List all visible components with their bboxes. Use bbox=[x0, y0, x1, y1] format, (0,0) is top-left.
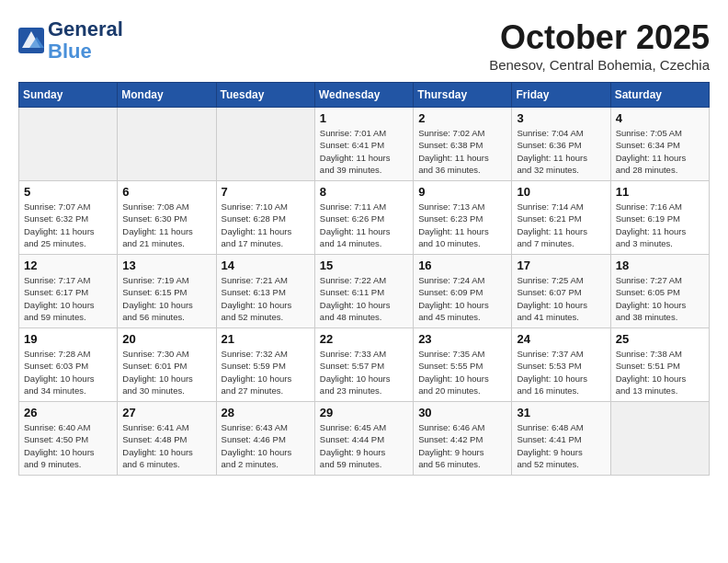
day-info: Sunrise: 7:17 AM Sunset: 6:17 PM Dayligh… bbox=[24, 274, 112, 323]
day-info: Sunrise: 7:25 AM Sunset: 6:07 PM Dayligh… bbox=[517, 274, 605, 323]
day-number: 9 bbox=[418, 185, 506, 199]
weekday-header: Thursday bbox=[414, 83, 512, 108]
weekday-header: Sunday bbox=[19, 83, 118, 108]
calendar-cell: 30Sunrise: 6:46 AM Sunset: 4:42 PM Dayli… bbox=[414, 402, 512, 476]
day-number: 25 bbox=[616, 332, 704, 346]
day-number: 2 bbox=[418, 111, 506, 125]
calendar-cell: 3Sunrise: 7:04 AM Sunset: 6:36 PM Daylig… bbox=[512, 108, 610, 181]
day-number: 18 bbox=[616, 259, 704, 272]
day-info: Sunrise: 7:24 AM Sunset: 6:09 PM Dayligh… bbox=[418, 274, 506, 323]
day-info: Sunrise: 7:02 AM Sunset: 6:38 PM Dayligh… bbox=[418, 127, 506, 176]
calendar-week-row: 12Sunrise: 7:17 AM Sunset: 6:17 PM Dayli… bbox=[19, 255, 710, 328]
day-number: 10 bbox=[517, 185, 605, 199]
day-info: Sunrise: 7:27 AM Sunset: 6:05 PM Dayligh… bbox=[616, 274, 704, 323]
day-number: 31 bbox=[517, 406, 605, 419]
day-number: 3 bbox=[517, 111, 605, 125]
day-info: Sunrise: 6:40 AM Sunset: 4:50 PM Dayligh… bbox=[24, 421, 112, 470]
day-number: 21 bbox=[222, 332, 310, 346]
day-number: 28 bbox=[222, 406, 310, 419]
calendar-cell: 24Sunrise: 7:37 AM Sunset: 5:53 PM Dayli… bbox=[512, 328, 610, 402]
day-number: 23 bbox=[418, 332, 506, 346]
calendar-week-row: 1Sunrise: 7:01 AM Sunset: 6:41 PM Daylig… bbox=[19, 108, 710, 181]
day-info: Sunrise: 7:33 AM Sunset: 5:57 PM Dayligh… bbox=[320, 348, 408, 396]
calendar-table: SundayMondayTuesdayWednesdayThursdayFrid… bbox=[18, 82, 710, 476]
day-info: Sunrise: 7:05 AM Sunset: 6:34 PM Dayligh… bbox=[616, 127, 704, 176]
day-info: Sunrise: 7:35 AM Sunset: 5:55 PM Dayligh… bbox=[418, 348, 506, 396]
day-info: Sunrise: 7:07 AM Sunset: 6:32 PM Dayligh… bbox=[24, 201, 112, 249]
day-number: 1 bbox=[320, 111, 408, 125]
day-info: Sunrise: 6:43 AM Sunset: 4:46 PM Dayligh… bbox=[222, 421, 310, 470]
day-number: 7 bbox=[222, 185, 310, 199]
logo-line1: General bbox=[48, 18, 123, 40]
day-info: Sunrise: 6:41 AM Sunset: 4:48 PM Dayligh… bbox=[122, 421, 210, 470]
logo-text: General Blue bbox=[48, 18, 123, 63]
calendar-cell: 12Sunrise: 7:17 AM Sunset: 6:17 PM Dayli… bbox=[19, 255, 118, 328]
weekday-header: Wednesday bbox=[314, 83, 413, 108]
day-info: Sunrise: 7:37 AM Sunset: 5:53 PM Dayligh… bbox=[517, 348, 605, 396]
calendar-cell: 7Sunrise: 7:10 AM Sunset: 6:28 PM Daylig… bbox=[216, 181, 314, 255]
month-title: October 2025 bbox=[489, 18, 710, 57]
day-info: Sunrise: 7:04 AM Sunset: 6:36 PM Dayligh… bbox=[517, 127, 605, 176]
day-info: Sunrise: 7:19 AM Sunset: 6:15 PM Dayligh… bbox=[122, 274, 210, 323]
weekday-header: Monday bbox=[118, 83, 216, 108]
calendar-cell: 8Sunrise: 7:11 AM Sunset: 6:26 PM Daylig… bbox=[314, 181, 413, 255]
logo-icon bbox=[18, 28, 44, 53]
day-number: 24 bbox=[517, 332, 605, 346]
calendar-cell: 25Sunrise: 7:38 AM Sunset: 5:51 PM Dayli… bbox=[610, 328, 709, 402]
logo-line2: Blue bbox=[48, 40, 92, 63]
day-number: 16 bbox=[418, 259, 506, 272]
calendar-cell: 20Sunrise: 7:30 AM Sunset: 6:01 PM Dayli… bbox=[118, 328, 216, 402]
calendar-week-row: 26Sunrise: 6:40 AM Sunset: 4:50 PM Dayli… bbox=[19, 402, 710, 476]
calendar-cell bbox=[19, 108, 118, 181]
day-number: 6 bbox=[122, 185, 210, 199]
day-info: Sunrise: 7:28 AM Sunset: 6:03 PM Dayligh… bbox=[24, 348, 112, 396]
day-number: 8 bbox=[320, 185, 408, 199]
header: General Blue October 2025 Benesov, Centr… bbox=[18, 18, 710, 73]
calendar-cell: 2Sunrise: 7:02 AM Sunset: 6:38 PM Daylig… bbox=[414, 108, 512, 181]
calendar-week-row: 5Sunrise: 7:07 AM Sunset: 6:32 PM Daylig… bbox=[19, 181, 710, 255]
weekday-header: Tuesday bbox=[216, 83, 314, 108]
day-info: Sunrise: 7:38 AM Sunset: 5:51 PM Dayligh… bbox=[616, 348, 704, 396]
calendar-cell: 26Sunrise: 6:40 AM Sunset: 4:50 PM Dayli… bbox=[19, 402, 118, 476]
calendar-cell: 16Sunrise: 7:24 AM Sunset: 6:09 PM Dayli… bbox=[414, 255, 512, 328]
calendar-cell bbox=[610, 402, 709, 476]
calendar-cell bbox=[118, 108, 216, 181]
day-info: Sunrise: 7:22 AM Sunset: 6:11 PM Dayligh… bbox=[320, 274, 408, 323]
calendar-cell: 31Sunrise: 6:48 AM Sunset: 4:41 PM Dayli… bbox=[512, 402, 610, 476]
calendar-cell: 15Sunrise: 7:22 AM Sunset: 6:11 PM Dayli… bbox=[314, 255, 413, 328]
day-number: 29 bbox=[320, 406, 408, 419]
day-info: Sunrise: 6:48 AM Sunset: 4:41 PM Dayligh… bbox=[517, 421, 605, 470]
day-number: 20 bbox=[122, 332, 210, 346]
calendar-cell: 21Sunrise: 7:32 AM Sunset: 5:59 PM Dayli… bbox=[216, 328, 314, 402]
calendar-cell: 22Sunrise: 7:33 AM Sunset: 5:57 PM Dayli… bbox=[314, 328, 413, 402]
calendar-cell: 14Sunrise: 7:21 AM Sunset: 6:13 PM Dayli… bbox=[216, 255, 314, 328]
day-info: Sunrise: 7:10 AM Sunset: 6:28 PM Dayligh… bbox=[222, 201, 310, 249]
day-info: Sunrise: 7:30 AM Sunset: 6:01 PM Dayligh… bbox=[122, 348, 210, 396]
day-number: 13 bbox=[122, 259, 210, 272]
location-subtitle: Benesov, Central Bohemia, Czechia bbox=[489, 57, 710, 73]
day-info: Sunrise: 7:21 AM Sunset: 6:13 PM Dayligh… bbox=[222, 274, 310, 323]
calendar-cell: 10Sunrise: 7:14 AM Sunset: 6:21 PM Dayli… bbox=[512, 181, 610, 255]
calendar-cell: 19Sunrise: 7:28 AM Sunset: 6:03 PM Dayli… bbox=[19, 328, 118, 402]
day-info: Sunrise: 6:45 AM Sunset: 4:44 PM Dayligh… bbox=[320, 421, 408, 470]
calendar-cell bbox=[216, 108, 314, 181]
weekday-header: Saturday bbox=[610, 83, 709, 108]
day-info: Sunrise: 6:46 AM Sunset: 4:42 PM Dayligh… bbox=[418, 421, 506, 470]
calendar-cell: 9Sunrise: 7:13 AM Sunset: 6:23 PM Daylig… bbox=[414, 181, 512, 255]
title-area: October 2025 Benesov, Central Bohemia, C… bbox=[489, 18, 710, 73]
calendar-cell: 28Sunrise: 6:43 AM Sunset: 4:46 PM Dayli… bbox=[216, 402, 314, 476]
day-number: 17 bbox=[517, 259, 605, 272]
day-info: Sunrise: 7:08 AM Sunset: 6:30 PM Dayligh… bbox=[122, 201, 210, 249]
weekday-header: Friday bbox=[512, 83, 610, 108]
calendar-cell: 27Sunrise: 6:41 AM Sunset: 4:48 PM Dayli… bbox=[118, 402, 216, 476]
day-number: 19 bbox=[24, 332, 112, 346]
weekday-header-row: SundayMondayTuesdayWednesdayThursdayFrid… bbox=[19, 83, 710, 108]
day-number: 4 bbox=[616, 111, 704, 125]
day-number: 27 bbox=[122, 406, 210, 419]
calendar-cell: 23Sunrise: 7:35 AM Sunset: 5:55 PM Dayli… bbox=[414, 328, 512, 402]
calendar-cell: 5Sunrise: 7:07 AM Sunset: 6:32 PM Daylig… bbox=[19, 181, 118, 255]
day-number: 26 bbox=[24, 406, 112, 419]
calendar-cell: 1Sunrise: 7:01 AM Sunset: 6:41 PM Daylig… bbox=[314, 108, 413, 181]
day-info: Sunrise: 7:13 AM Sunset: 6:23 PM Dayligh… bbox=[418, 201, 506, 249]
day-number: 30 bbox=[418, 406, 506, 419]
